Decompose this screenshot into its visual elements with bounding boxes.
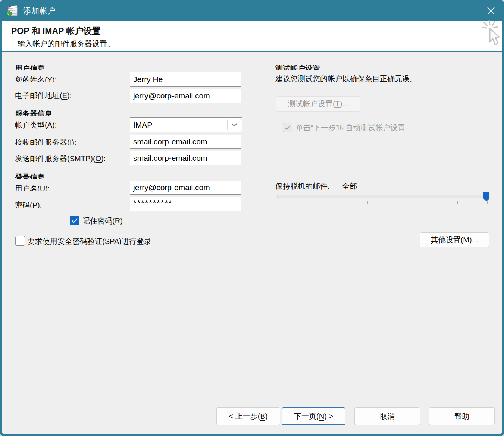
title-bar: 添加帐户 xyxy=(0,0,504,21)
remember-password-label: 记住密码(R) xyxy=(82,216,126,226)
chevron-down-icon xyxy=(231,123,237,127)
auto-test-checkbox[interactable] xyxy=(283,123,292,132)
remember-password-checkbox[interactable] xyxy=(70,216,79,225)
next-button[interactable]: 下一页(N) > xyxy=(282,407,345,425)
account-type-label: 帐户类型(A): xyxy=(15,120,57,130)
username-label: 用户名(U): xyxy=(15,184,50,191)
help-button[interactable]: 帮助 xyxy=(429,407,495,425)
outgoing-server-label: 发送邮件服务器(SMTP)(O): xyxy=(15,153,106,164)
account-type-value: IMAP xyxy=(130,120,227,129)
spa-checkbox[interactable] xyxy=(15,236,25,246)
dropdown-button[interactable] xyxy=(227,119,241,131)
section-user-info: 用户信息 xyxy=(15,63,45,70)
add-account-dialog: 添加帐户 POP 和 IMAP 帐户设置 输入帐户的邮件服务器设置。 用户信息 … xyxy=(0,0,504,436)
slider-ticks xyxy=(278,201,488,204)
footer-divider xyxy=(2,393,502,393)
name-label: 您的姓名(Y): xyxy=(15,75,57,82)
keep-offline-slider[interactable] xyxy=(277,195,489,198)
page-title: POP 和 IMAP 帐户设置 xyxy=(11,25,100,37)
back-button[interactable]: < 上一步(B) xyxy=(216,407,280,425)
test-account-button[interactable]: 测试帐户设置(T)... xyxy=(276,96,360,112)
page-subtitle: 输入帐户的邮件服务器设置。 xyxy=(18,39,115,49)
account-type-dropdown[interactable]: IMAP xyxy=(130,117,242,132)
section-test-settings: 测试帐户设置 xyxy=(275,63,320,70)
outgoing-server-input[interactable]: smail.corp-email.com xyxy=(130,151,241,165)
test-description: 建议您测试您的帐户以确保条目正确无误。 xyxy=(275,74,417,84)
dialog-content: 用户信息 您的姓名(Y): Jerry He 电子邮件地址(E): jerry@… xyxy=(2,52,502,434)
mail-app-icon xyxy=(6,4,19,17)
keep-offline-label: 保持脱机的邮件: 全部 xyxy=(275,181,357,191)
name-input[interactable]: Jerry He xyxy=(130,72,241,87)
check-icon xyxy=(72,218,78,223)
email-label: 电子邮件地址(E): xyxy=(15,90,72,101)
section-login-info: 登录信息 xyxy=(15,172,45,179)
incoming-server-input[interactable]: smail.corp-email.com xyxy=(130,135,241,149)
password-label: 密码(P): xyxy=(15,200,42,208)
cancel-button[interactable]: 取消 xyxy=(354,407,420,425)
check-icon xyxy=(285,125,291,130)
slider-thumb[interactable] xyxy=(483,192,489,201)
close-button[interactable] xyxy=(484,4,498,18)
password-input[interactable]: ********** xyxy=(130,197,241,211)
auto-test-label: 单击“下一步”时自动测试帐户设置 xyxy=(296,122,405,133)
email-input[interactable]: jerry@corp-email.com xyxy=(130,89,241,103)
keep-offline-value: 全部 xyxy=(342,182,357,190)
keep-offline-text: 保持脱机的邮件: xyxy=(275,182,330,190)
incoming-server-label: 接收邮件服务器(I): xyxy=(15,137,76,145)
more-settings-button[interactable]: 其他设置(M)... xyxy=(420,232,489,247)
username-input[interactable]: jerry@corp-email.com xyxy=(130,181,241,195)
spa-label: 要求使用安全密码验证(SPA)进行登录 xyxy=(28,236,151,247)
window-title: 添加帐户 xyxy=(23,6,56,16)
wizard-header: POP 和 IMAP 帐户设置 输入帐户的邮件服务器设置。 xyxy=(2,21,502,51)
close-icon xyxy=(486,6,496,16)
section-server-info: 服务器信息 xyxy=(15,109,52,116)
